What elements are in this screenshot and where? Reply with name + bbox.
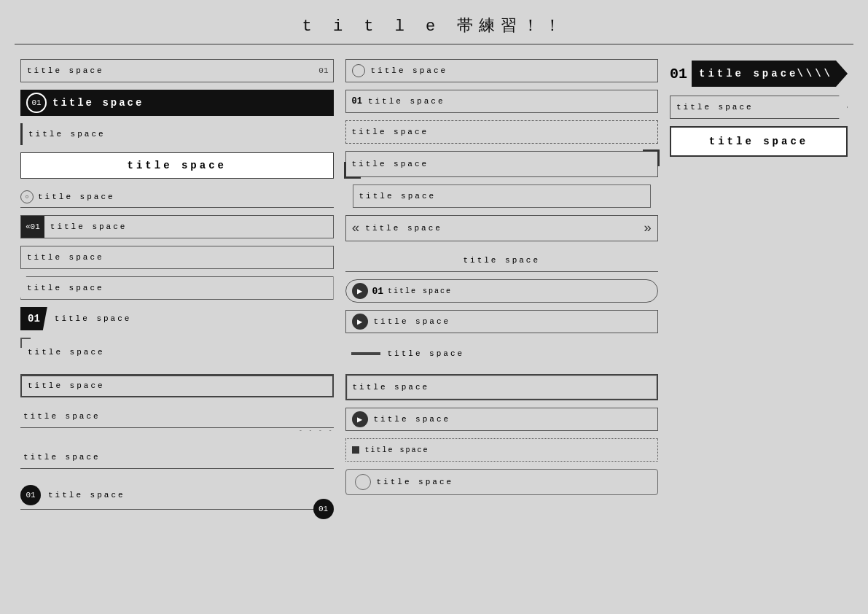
title-divider (15, 44, 853, 44)
arrow-label: «01 (26, 222, 40, 231)
item-label: title space (676, 103, 754, 112)
chevron-left-icon: « (352, 221, 360, 236)
item-label: title space (44, 222, 128, 231)
item-label: title space (388, 349, 465, 358)
item-label: title space (709, 136, 808, 147)
slash-deco: \\\\ (797, 68, 833, 79)
list-item: 01 title space 01 (20, 481, 334, 510)
chevron-right-icon: » (644, 221, 652, 236)
item-number: 01 (352, 96, 362, 106)
item-label: title space (374, 317, 451, 326)
list-item: « title space » (345, 215, 659, 241)
item-label: title space (47, 314, 132, 323)
item-label: title space (128, 160, 227, 171)
list-item: title space (20, 446, 334, 469)
list-item: title space (670, 96, 848, 119)
item-number: 01 (372, 286, 384, 297)
arrow-circle-icon: ▶ (352, 411, 368, 427)
list-item: title space (670, 126, 848, 157)
circle-deco (352, 64, 365, 77)
item-label: title space (38, 193, 115, 201)
column-3: 01 title space \\\\ title space title sp… (664, 59, 853, 510)
item-label: title space (21, 66, 318, 75)
item-label: title space (377, 478, 454, 486)
circle-badge-left: 01 (20, 485, 41, 505)
arrow-badge: «01 (21, 216, 44, 238)
list-item: ▶ 01 title space (345, 279, 659, 303)
list-item: title space (20, 338, 334, 367)
column-1: title space 01 01 title space title spac… (15, 59, 340, 510)
list-item: title space (345, 120, 659, 144)
square-icon (352, 446, 359, 454)
arrow-circle-icon: ▶ (352, 283, 368, 299)
circle-badge-right: 01 (313, 499, 334, 519)
item-label: title space (374, 415, 451, 424)
list-item: title space (345, 341, 659, 367)
item-label: title space (353, 383, 430, 392)
item-label: title space (28, 381, 105, 390)
item-label: title space (41, 491, 334, 500)
item-label: title space (388, 287, 452, 295)
list-item: title space (345, 438, 659, 462)
list-item: 01 title space (20, 307, 334, 330)
item-number: 01 (318, 66, 332, 75)
item-label: title space (27, 284, 104, 292)
list-item: ▶ title space (345, 408, 659, 431)
item-label: title space (23, 412, 101, 421)
item-label: title space (27, 253, 104, 262)
page-title: t i t l e 帯練習！！ (0, 0, 868, 44)
list-item: 01 title space \\\\ (670, 59, 848, 88)
item-label: title space (365, 224, 644, 233)
item-label: title space (23, 453, 101, 462)
item-label: title space (463, 256, 540, 265)
circle-icon: ○ (20, 190, 34, 203)
circle-badge: 01 (26, 93, 47, 113)
list-item: title space (20, 405, 334, 428)
list-item: title space (345, 469, 659, 495)
list-item: title space (353, 184, 652, 208)
item-label: title space (368, 97, 445, 106)
list-item: title space (20, 276, 334, 300)
item-label: title space (28, 130, 106, 139)
list-item: title space (345, 59, 659, 82)
item-label: title space (359, 192, 437, 201)
list-item: ▶ title space (345, 310, 659, 333)
list-item: title space (20, 246, 334, 269)
list-item: title space (345, 249, 659, 272)
main-columns: title space 01 01 title space title spac… (0, 59, 868, 510)
black-badge: 01 (20, 307, 47, 330)
item-label: title space (52, 97, 144, 109)
list-item: title space (20, 374, 334, 397)
item-label: title space (365, 446, 429, 454)
list-item: title space (20, 152, 334, 179)
list-item: title space (345, 151, 659, 177)
black-label-bar: title space \\\\ (692, 61, 848, 87)
list-item: ○ title space (20, 186, 334, 208)
dash-deco (351, 352, 380, 355)
item-label: title space (352, 160, 429, 168)
list-item: title space 01 (20, 59, 334, 82)
corner-circle-deco (355, 474, 371, 490)
list-item: «01 title space (20, 215, 334, 238)
item-label: title space (28, 348, 105, 357)
column-2: title space 01 title space title space t… (340, 59, 665, 510)
item-label: title space (699, 68, 798, 79)
list-item: 01 title space (345, 90, 659, 113)
item-label: title space (371, 66, 448, 75)
list-item: 01 title space (20, 90, 334, 116)
item-label: title space (352, 128, 429, 136)
list-item: title space (345, 374, 659, 400)
item-number: 01 (670, 66, 687, 82)
arrow-circle-icon: ▶ (352, 314, 368, 330)
list-item: title space (20, 123, 334, 145)
